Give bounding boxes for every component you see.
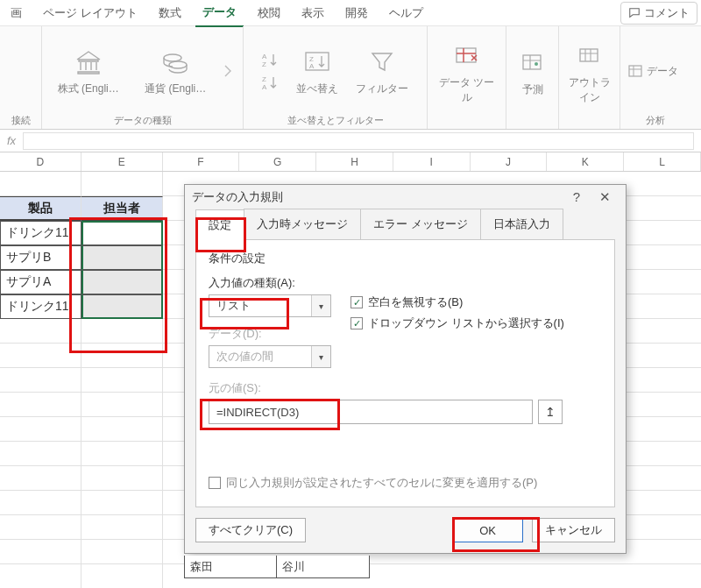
tab-input-message[interactable]: 入力時メッセージ [244,209,361,239]
tab-settings[interactable]: 設定 [195,209,244,240]
sort-button[interactable]: ZA 並べ替え [289,46,345,96]
tab-ime[interactable]: 日本語入力 [480,209,563,239]
col-header-F[interactable]: F [163,152,240,171]
section-label: 条件の設定 [209,251,602,266]
table-cell[interactable] [81,245,163,270]
ribbon-tab-review[interactable]: 校閲 [251,0,287,26]
table-cell[interactable]: 森田 [184,556,277,578]
filter-label: フィルター [356,81,408,96]
datatools-button[interactable]: データ ツール [435,40,499,105]
svg-point-1 [169,61,187,68]
data-validation-dialog: データの入力規則 ? ✕ 設定 入力時メッセージ エラー メッセージ 日本語入力… [184,184,627,554]
group-label-sortfilter: 並べ替えとフィルター [251,112,420,127]
fx-label: fx [7,134,16,147]
allow-select[interactable]: リスト ▾ [209,294,331,317]
table-cell[interactable]: ドリンク11 [0,221,81,245]
svg-text:A: A [262,83,267,91]
filter-button[interactable]: フィルター [354,46,410,96]
coins-icon [159,46,191,78]
outline-button[interactable]: アウトラ イン [566,40,612,105]
source-label: 元の値(S): [209,380,602,396]
clear-all-button[interactable]: すべてクリア(C) [195,518,306,542]
formula-input[interactable] [23,132,694,150]
table-header-person[interactable]: 担当者 [81,196,163,221]
ribbon-tab-draw[interactable]: 画 [4,0,29,26]
forecast-label: 予測 [522,82,543,97]
col-header-K[interactable]: K [547,152,624,171]
datatools-icon [451,40,483,72]
sort-asc-icon[interactable]: AZ [261,51,280,68]
svg-rect-9 [457,48,476,62]
ok-button[interactable]: OK [452,518,523,542]
svg-point-0 [164,54,181,61]
sort-icon: ZA [301,46,333,78]
currency-button[interactable]: 通貨 (Engli… [137,46,216,96]
table-cell[interactable] [81,294,163,319]
tab-error-alert[interactable]: エラー メッセージ [360,209,481,239]
currency-label: 通貨 (Engli… [145,81,206,96]
ribbon-tab-view[interactable]: 表示 [294,0,331,26]
comments-label: コメント [644,5,690,21]
stocks-label: 株式 (Engli… [58,81,119,96]
funnel-icon [366,46,398,78]
dropdown-checkbox[interactable]: ✓ドロップダウン リストから選択する(I) [350,315,564,331]
ribbon-tab-help[interactable]: ヘルプ [382,0,430,26]
svg-rect-13 [629,66,641,76]
group-label-connect: 接続 [7,112,34,127]
table-cell[interactable]: サプリA [0,270,81,294]
table-cell[interactable] [81,221,163,245]
table-cell[interactable] [81,270,163,294]
col-header-H[interactable]: H [316,152,393,171]
stocks-button[interactable]: 株式 (Engli… [49,46,128,96]
table-cell[interactable]: ドリンク11 [0,294,81,319]
svg-rect-10 [523,55,541,69]
col-header-D[interactable]: D [0,152,81,171]
table-header-product[interactable]: 製品 [0,196,81,221]
ribbon-tab-formulas[interactable]: 数式 [152,0,188,26]
close-button[interactable]: ✕ [591,189,619,205]
type-label: 入力値の種類(A): [209,275,331,291]
col-header-J[interactable]: J [471,152,548,171]
svg-point-11 [535,62,538,66]
group-label-analyze: 分析 [627,112,683,127]
ribbon-body: 接続 株式 (Engli… 通貨 (Engli… データの種類 [0,26,701,130]
datatools-label: データ ツール [435,75,499,105]
source-input[interactable]: =INDIRECT(D3) [209,400,533,424]
col-header-I[interactable]: I [393,152,471,171]
ribbon-tab-data[interactable]: データ [195,0,244,27]
svg-text:A: A [309,62,315,70]
sheet-icon[interactable]: データ [627,63,678,79]
col-header-G[interactable]: G [239,152,316,171]
outline-label: アウトラ イン [569,75,611,105]
comment-icon [628,7,641,19]
chevron-down-icon: ▾ [311,346,330,367]
help-button[interactable]: ? [563,189,591,204]
ribbon-tab-pagelayout[interactable]: ページ レイアウト [36,0,145,26]
sort-desc-icon[interactable]: ZA [261,74,280,91]
allow-value: リスト [209,298,311,314]
source-value: =INDIRECT(D3) [209,406,532,419]
data-value: 次の値の間 [209,349,311,365]
dialog-title: データの入力規則 [192,189,283,205]
sort-label: 並べ替え [296,81,338,96]
svg-rect-12 [580,49,598,61]
collapse-icon: ↥ [545,405,556,419]
col-header-L[interactable]: L [624,152,701,171]
col-header-E[interactable]: E [81,152,163,171]
table-cell[interactable]: 谷川 [277,556,370,578]
forecast-button[interactable]: 予測 [513,47,551,97]
table-cell[interactable]: サプリB [0,245,81,270]
comments-button[interactable]: コメント [620,2,697,25]
overflow-icon[interactable] [223,60,236,81]
data-select: 次の値の間 ▾ [209,345,331,368]
range-picker-button[interactable]: ↥ [538,400,563,424]
outline-icon [574,40,605,72]
ignore-blank-checkbox[interactable]: ✓空白を無視する(B) [350,294,564,310]
ribbon-tab-developer[interactable]: 開発 [338,0,375,26]
svg-text:A: A [262,53,267,60]
bank-icon [73,46,104,78]
cancel-button[interactable]: キャンセル [532,518,615,542]
group-label-datatypes: データの種類 [49,112,236,127]
apply-all-checkbox[interactable]: ✓同じ入力規則が設定されたすべてのセルに変更を適用する(P) [209,475,602,491]
lower-table: 森田 谷川 [184,556,370,578]
